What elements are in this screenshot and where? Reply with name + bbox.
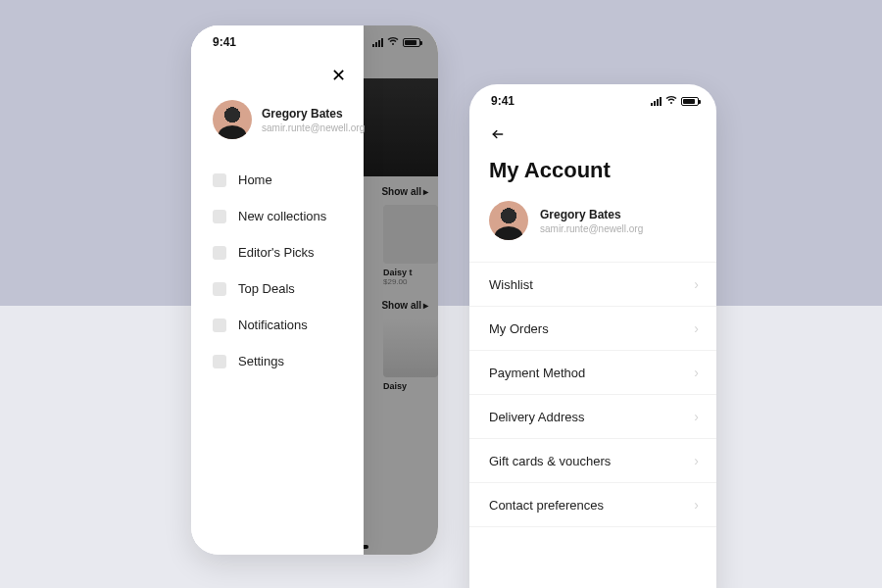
profile-name: Gregory Bates [540, 208, 643, 221]
drawer-item-notifications[interactable]: Notifications [213, 318, 364, 332]
profile-block[interactable]: Gregory Bates samir.runte@newell.org [469, 197, 716, 262]
drawer-item-settings[interactable]: Settings [213, 354, 364, 368]
drawer-item-editors-picks[interactable]: Editor's Picks [213, 245, 364, 260]
drawer-item-label: Settings [238, 354, 284, 368]
account-row-gift-cards[interactable]: Gift cards & vouchers › [469, 439, 716, 483]
row-label: Contact preferences [489, 498, 604, 513]
phone-drawer-open: Show all ▸ Daisy t $29.00 Show all [191, 25, 438, 555]
chevron-right-icon: › [694, 497, 699, 513]
drawer-item-top-deals[interactable]: Top Deals [213, 281, 364, 296]
cellular-icon [651, 97, 662, 106]
drawer-item-label: Top Deals [238, 281, 295, 296]
drawer-item-new-collections[interactable]: New collections [213, 209, 364, 223]
drawer-scrim[interactable] [364, 25, 438, 555]
account-row-contact-prefs[interactable]: Contact preferences › [469, 483, 716, 527]
chevron-right-icon: › [694, 365, 699, 380]
drawer-item-label: Editor's Picks [238, 245, 315, 260]
profile-name: Gregory Bates [262, 107, 365, 121]
drawer-item-label: Notifications [238, 318, 308, 332]
account-menu: Wishlist › My Orders › Payment Method › … [469, 262, 716, 527]
account-row-wishlist[interactable]: Wishlist › [469, 262, 716, 307]
canvas: Show all ▸ Daisy t $29.00 Show all [0, 0, 882, 588]
wifi-icon [665, 94, 677, 109]
account-row-my-orders[interactable]: My Orders › [469, 307, 716, 351]
profile-block[interactable]: Gregory Bates samir.runte@newell.org [191, 86, 364, 165]
row-label: My Orders [489, 321, 549, 336]
tag-icon [213, 282, 226, 296]
drawer-item-home[interactable]: Home [213, 172, 364, 187]
avatar [213, 100, 252, 139]
gear-icon [213, 355, 226, 368]
page-title: My Account [469, 152, 716, 197]
row-label: Gift cards & vouchers [489, 454, 611, 468]
profile-email: samir.runte@newell.org [540, 223, 643, 234]
collections-icon [213, 210, 226, 223]
chevron-right-icon: › [694, 453, 699, 468]
row-label: Payment Method [489, 366, 585, 380]
chevron-right-icon: › [694, 276, 699, 292]
profile-email: samir.runte@newell.org [262, 122, 365, 133]
bookmark-icon [213, 246, 226, 260]
nav-drawer: 9:41 ✕ Gregory Bates samir.runte@newell.… [191, 25, 364, 555]
avatar [489, 201, 528, 240]
chevron-right-icon: › [694, 320, 699, 336]
row-label: Wishlist [489, 277, 533, 292]
close-icon[interactable]: ✕ [331, 65, 346, 86]
drawer-item-label: New collections [238, 209, 326, 223]
row-label: Delivery Address [489, 410, 585, 424]
bell-icon [213, 318, 226, 332]
drawer-item-label: Home [238, 172, 272, 187]
status-bar: 9:41 [469, 84, 716, 118]
battery-icon [681, 97, 699, 106]
back-button[interactable] [469, 118, 716, 152]
status-bar: 9:41 [191, 25, 364, 59]
chevron-right-icon: › [694, 409, 699, 424]
home-icon [213, 173, 226, 187]
account-row-payment-method[interactable]: Payment Method › [469, 351, 716, 395]
status-indicators [651, 94, 699, 109]
phone-my-account: 9:41 My Account Gregory Bates samir.runt… [469, 84, 716, 588]
drawer-menu: Home New collections Editor's Picks Top … [191, 165, 364, 368]
status-time: 9:41 [491, 94, 514, 108]
account-row-delivery-address[interactable]: Delivery Address › [469, 395, 716, 439]
status-time: 9:41 [213, 35, 236, 49]
